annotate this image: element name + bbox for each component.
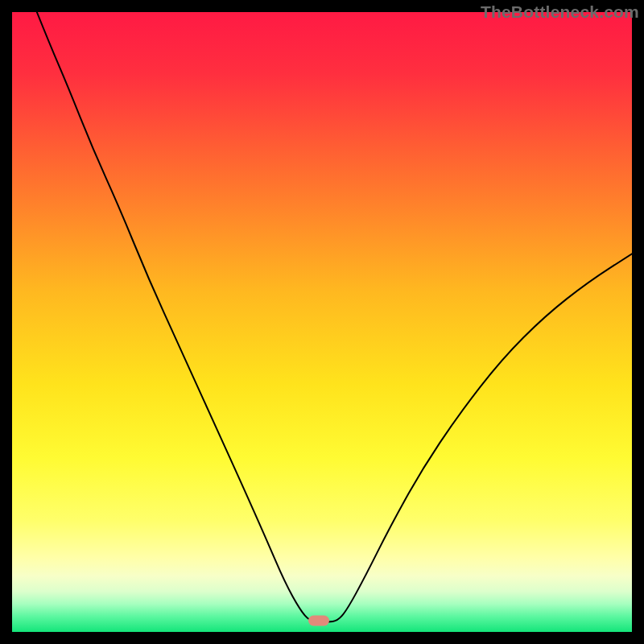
optimal-marker [308, 616, 329, 626]
chart-stage: TheBottleneck.com [0, 0, 644, 644]
plot-area [12, 12, 632, 632]
bottleneck-curve [12, 12, 632, 632]
watermark-text: TheBottleneck.com [481, 2, 639, 22]
